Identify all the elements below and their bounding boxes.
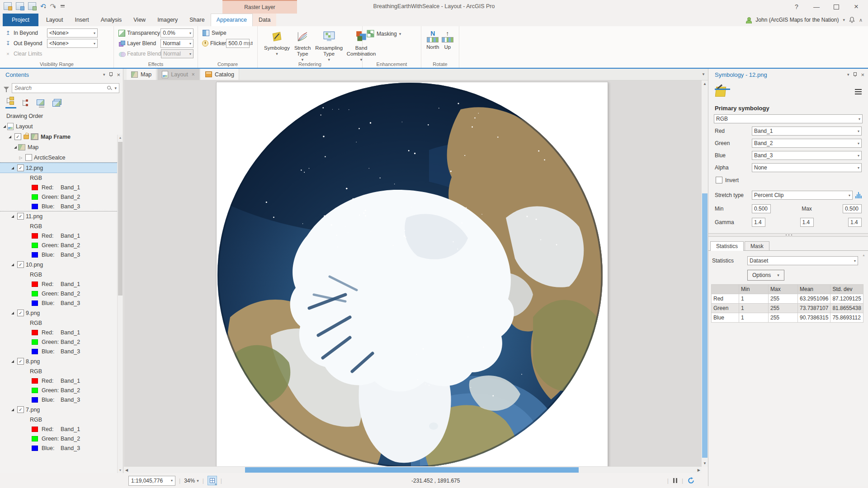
ribbon-tab-appearance[interactable]: Appearance [211,14,253,26]
contents-scrollbar[interactable]: ▲ ▼ [117,135,123,473]
save-project-icon[interactable] [4,2,12,10]
north-button[interactable]: N North [425,28,440,50]
flicker-spinner[interactable]: ▲▼ [250,41,253,46]
min-input[interactable]: 0.500 [752,204,771,213]
expander-icon[interactable] [10,408,15,411]
up-button[interactable]: ↑ Up [440,28,455,50]
expander-icon[interactable] [10,215,15,218]
transparency-dropdown[interactable]: 0.0%▾ [160,28,193,38]
arcticsealce-checkbox[interactable] [25,154,32,161]
out-beyond-dropdown[interactable]: <None>▾ [47,39,98,48]
layout-grid-button[interactable] [208,476,217,485]
layer-row-12.png[interactable]: 12.png [0,163,123,173]
layer-checkbox[interactable] [17,261,24,268]
expander-icon[interactable] [2,125,7,128]
pin-icon[interactable] [109,72,113,77]
clear-limits-button[interactable]: × Clear Limits [4,49,109,58]
view-tab-layout[interactable]: Layout× [157,69,200,80]
scroll-up-icon[interactable]: ▲ [703,82,707,86]
notifications-bell-icon[interactable] [849,17,855,23]
signed-in-user[interactable]: John (ArcGIS Maps for the Nation) [755,17,839,23]
scroll-right-icon[interactable]: ▶ [698,468,700,472]
list-by-selection-icon[interactable] [36,99,47,108]
layer-checkbox[interactable] [17,213,24,220]
open-project-icon[interactable] [16,2,24,10]
list-by-drawing-order-icon[interactable] [5,96,16,108]
swipe-button[interactable]: Swipe [202,28,253,38]
primary-symbology-dropdown[interactable]: RGB▾ [714,114,863,123]
redo-button[interactable]: ↷▾ [50,3,56,10]
tab-overflow-chevron-icon[interactable]: ▼ [702,72,705,76]
stats-row-green[interactable]: Green125573.738710781.8655438 [712,304,863,313]
panel-menu-chevron-icon[interactable]: ▾ [847,72,849,77]
view-tab-catalog[interactable]: Catalog [201,69,239,80]
customize-qat-icon[interactable] [61,5,65,7]
ribbon-tab-insert[interactable]: Insert [69,14,94,26]
blue-band-dropdown[interactable]: Band_3▾ [752,151,862,160]
ribbon-tab-imagery[interactable]: Imagery [151,14,184,26]
collapse-ribbon-icon[interactable]: ∧ [859,17,863,23]
zoom-dropdown[interactable]: 34%▾ [184,478,199,484]
ribbon-tab-share[interactable]: Share [184,14,210,26]
ribbon-tab-layout[interactable]: Layout [40,14,69,26]
layout-page[interactable] [216,82,608,467]
refresh-icon[interactable] [688,477,694,484]
close-panel-icon[interactable]: × [861,72,864,78]
tab-statistics[interactable]: Statistics [710,241,744,251]
alpha-band-dropdown[interactable]: None▾ [752,163,862,172]
scroll-left-icon[interactable]: ◀ [125,468,128,472]
expander-icon[interactable] [18,155,24,160]
panel-options-menu-icon[interactable] [855,89,862,94]
map-vertical-scrollbar[interactable]: ▲ ▼ [701,80,708,467]
tree-item-arcticsealce[interactable]: ArcticSealce [0,152,123,163]
tree-item-layout[interactable]: Layout [0,121,123,131]
search-options-chevron-icon[interactable]: ▾ [114,86,117,90]
ribbon-tab-data[interactable]: Data [253,14,276,26]
gamma-input-1[interactable]: 1.4 [752,218,765,227]
layer-checkbox[interactable] [17,358,24,365]
scroll-down-icon[interactable]: ▼ [703,461,707,465]
scrollbar-thumb[interactable] [245,467,579,473]
panel-splitter[interactable] [708,233,868,237]
layer-blend-dropdown[interactable]: Normal▾ [160,39,193,48]
stretch-type-dropdown[interactable]: Percent Clip▾ [752,191,853,200]
primary-symbology-tab-icon[interactable] [715,86,726,97]
map-frame-checkbox[interactable] [14,133,21,140]
gamma-input-2[interactable]: 1.4 [800,218,814,227]
expander-icon[interactable] [10,312,15,314]
stats-row-blue[interactable]: Blue125590.738631575.8693112 [712,313,863,323]
scale-dropdown[interactable]: 1:19,045,776▾ [128,476,175,486]
expander-icon[interactable] [13,146,18,149]
close-tab-icon[interactable]: × [192,71,195,78]
scroll-up-icon[interactable]: ▲ [862,253,865,257]
layer-row-11.png[interactable]: 11.png [0,211,123,221]
layer-row-10.png[interactable]: 10.png [0,259,123,270]
tab-mask[interactable]: Mask [745,241,769,251]
map-horizontal-scrollbar[interactable]: ◀ ▶ [124,466,702,473]
in-beyond-dropdown[interactable]: <None>▾ [47,28,98,38]
filter-icon[interactable] [4,87,9,90]
minimize-button[interactable]: — [807,0,826,14]
symbology-button[interactable]: Symbology ▾ [262,28,292,57]
ribbon-tab-analysis[interactable]: Analysis [95,14,128,26]
layer-checkbox[interactable] [17,164,24,171]
statistics-dropdown[interactable]: Dataset▾ [747,256,858,265]
expander-icon[interactable] [7,136,13,138]
expander-icon[interactable] [10,263,15,266]
restore-button[interactable] [826,0,846,14]
tree-item-map-frame[interactable]: Map Frame [0,131,123,142]
masking-button[interactable]: Masking ▾ [367,28,417,38]
undo-button[interactable]: ↶▾ [40,3,46,10]
histogram-icon[interactable] [855,192,862,198]
layer-checkbox[interactable] [17,406,24,413]
green-band-dropdown[interactable]: Band_2▾ [752,139,862,148]
close-panel-icon[interactable]: × [117,72,120,78]
feature-blend-dropdown[interactable]: Normal▾ [161,49,193,58]
scrollbar-thumb[interactable] [118,142,123,296]
save-as-icon[interactable] [28,2,36,10]
close-button[interactable]: × [846,0,866,14]
layer-checkbox[interactable] [17,310,24,316]
options-button[interactable]: Options▾ [747,270,784,281]
ribbon-tab-project[interactable]: Project [3,14,38,26]
ribbon-tab-view[interactable]: View [127,14,151,26]
